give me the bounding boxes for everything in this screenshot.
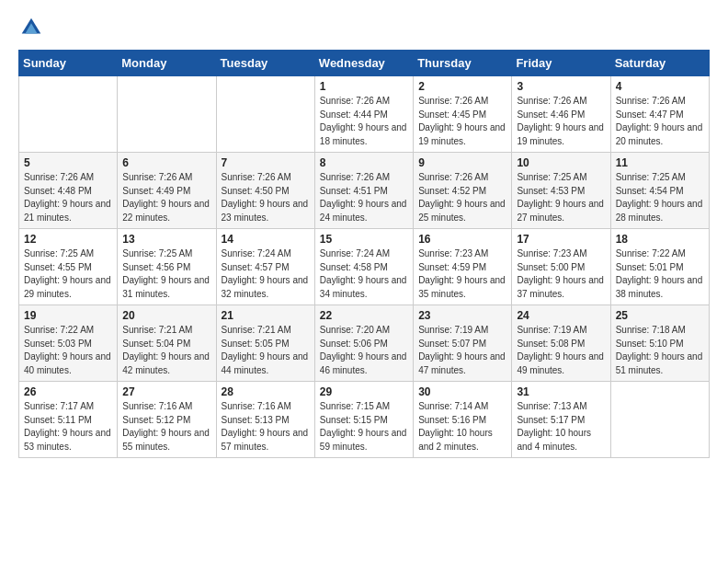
weekday-monday: Monday bbox=[118, 51, 216, 76]
logo bbox=[18, 15, 48, 40]
header bbox=[18, 15, 710, 40]
day-number: 4 bbox=[616, 80, 704, 93]
day-info: Sunrise: 7:15 AMSunset: 5:15 PMDaylight:… bbox=[320, 400, 408, 454]
day-info: Sunrise: 7:18 AMSunset: 5:10 PMDaylight:… bbox=[616, 324, 704, 377]
day-cell: 18Sunrise: 7:22 AMSunset: 5:01 PMDayligh… bbox=[610, 229, 709, 305]
day-number: 27 bbox=[122, 385, 210, 398]
page: SundayMondayTuesdayWednesdayThursdayFrid… bbox=[0, 0, 728, 473]
day-cell: 25Sunrise: 7:18 AMSunset: 5:10 PMDayligh… bbox=[610, 305, 709, 382]
day-number: 10 bbox=[517, 156, 605, 169]
day-cell: 5Sunrise: 7:26 AMSunset: 4:48 PMDaylight… bbox=[19, 153, 118, 229]
weekday-header-row: SundayMondayTuesdayWednesdayThursdayFrid… bbox=[19, 51, 710, 76]
day-info: Sunrise: 7:26 AMSunset: 4:49 PMDaylight:… bbox=[122, 171, 210, 224]
day-cell: 28Sunrise: 7:16 AMSunset: 5:13 PMDayligh… bbox=[216, 382, 314, 458]
day-cell: 23Sunrise: 7:19 AMSunset: 5:07 PMDayligh… bbox=[414, 305, 512, 382]
day-info: Sunrise: 7:23 AMSunset: 4:59 PMDaylight:… bbox=[418, 247, 506, 301]
day-info: Sunrise: 7:20 AMSunset: 5:06 PMDaylight:… bbox=[320, 324, 408, 377]
day-info: Sunrise: 7:26 AMSunset: 4:46 PMDaylight:… bbox=[517, 95, 605, 148]
day-info: Sunrise: 7:21 AMSunset: 5:04 PMDaylight:… bbox=[122, 324, 210, 377]
day-info: Sunrise: 7:26 AMSunset: 4:51 PMDaylight:… bbox=[320, 171, 408, 224]
day-info: Sunrise: 7:22 AMSunset: 5:03 PMDaylight:… bbox=[24, 324, 112, 377]
week-row-2: 5Sunrise: 7:26 AMSunset: 4:48 PMDaylight… bbox=[19, 153, 710, 229]
day-cell: 30Sunrise: 7:14 AMSunset: 5:16 PMDayligh… bbox=[414, 382, 512, 458]
day-cell: 16Sunrise: 7:23 AMSunset: 4:59 PMDayligh… bbox=[414, 229, 512, 305]
day-cell: 4Sunrise: 7:26 AMSunset: 4:47 PMDaylight… bbox=[610, 76, 709, 153]
day-info: Sunrise: 7:24 AMSunset: 4:58 PMDaylight:… bbox=[320, 247, 408, 301]
day-cell: 2Sunrise: 7:26 AMSunset: 4:45 PMDaylight… bbox=[414, 76, 512, 153]
day-number: 2 bbox=[418, 80, 506, 93]
day-number: 14 bbox=[222, 233, 310, 246]
day-info: Sunrise: 7:16 AMSunset: 5:13 PMDaylight:… bbox=[222, 400, 310, 454]
day-info: Sunrise: 7:19 AMSunset: 5:08 PMDaylight:… bbox=[517, 324, 605, 377]
day-number: 30 bbox=[418, 385, 506, 398]
day-cell: 17Sunrise: 7:23 AMSunset: 5:00 PMDayligh… bbox=[512, 229, 610, 305]
day-cell: 13Sunrise: 7:25 AMSunset: 4:56 PMDayligh… bbox=[118, 229, 216, 305]
day-number: 19 bbox=[24, 309, 112, 322]
day-cell bbox=[610, 382, 709, 458]
day-number: 3 bbox=[517, 80, 605, 93]
weekday-wednesday: Wednesday bbox=[314, 51, 413, 76]
day-cell: 26Sunrise: 7:17 AMSunset: 5:11 PMDayligh… bbox=[19, 382, 118, 458]
day-number: 24 bbox=[517, 309, 605, 322]
day-info: Sunrise: 7:26 AMSunset: 4:45 PMDaylight:… bbox=[418, 95, 506, 148]
day-info: Sunrise: 7:25 AMSunset: 4:55 PMDaylight:… bbox=[24, 247, 112, 301]
day-number: 18 bbox=[616, 233, 704, 246]
day-number: 25 bbox=[616, 309, 704, 322]
day-info: Sunrise: 7:25 AMSunset: 4:53 PMDaylight:… bbox=[517, 171, 605, 224]
day-cell bbox=[216, 76, 314, 153]
day-cell: 7Sunrise: 7:26 AMSunset: 4:50 PMDaylight… bbox=[216, 153, 314, 229]
day-info: Sunrise: 7:25 AMSunset: 4:56 PMDaylight:… bbox=[122, 247, 210, 301]
day-info: Sunrise: 7:14 AMSunset: 5:16 PMDaylight:… bbox=[418, 400, 506, 454]
day-number: 6 bbox=[122, 156, 210, 169]
day-info: Sunrise: 7:26 AMSunset: 4:44 PMDaylight:… bbox=[320, 95, 408, 148]
week-row-5: 26Sunrise: 7:17 AMSunset: 5:11 PMDayligh… bbox=[19, 382, 710, 458]
day-number: 12 bbox=[24, 233, 112, 246]
logo-icon bbox=[18, 15, 44, 40]
day-number: 23 bbox=[418, 309, 506, 322]
day-cell: 11Sunrise: 7:25 AMSunset: 4:54 PMDayligh… bbox=[610, 153, 709, 229]
day-cell: 29Sunrise: 7:15 AMSunset: 5:15 PMDayligh… bbox=[314, 382, 413, 458]
day-info: Sunrise: 7:13 AMSunset: 5:17 PMDaylight:… bbox=[517, 400, 605, 454]
day-cell: 10Sunrise: 7:25 AMSunset: 4:53 PMDayligh… bbox=[512, 153, 610, 229]
day-number: 1 bbox=[320, 80, 408, 93]
day-cell: 22Sunrise: 7:20 AMSunset: 5:06 PMDayligh… bbox=[314, 305, 413, 382]
day-number: 5 bbox=[24, 156, 112, 169]
day-cell: 3Sunrise: 7:26 AMSunset: 4:46 PMDaylight… bbox=[512, 76, 610, 153]
day-number: 9 bbox=[418, 156, 506, 169]
day-number: 7 bbox=[222, 156, 310, 169]
week-row-4: 19Sunrise: 7:22 AMSunset: 5:03 PMDayligh… bbox=[19, 305, 710, 382]
day-number: 15 bbox=[320, 233, 408, 246]
day-number: 11 bbox=[616, 156, 704, 169]
day-info: Sunrise: 7:19 AMSunset: 5:07 PMDaylight:… bbox=[418, 324, 506, 377]
day-info: Sunrise: 7:26 AMSunset: 4:47 PMDaylight:… bbox=[616, 95, 704, 148]
day-info: Sunrise: 7:16 AMSunset: 5:12 PMDaylight:… bbox=[122, 400, 210, 454]
day-cell: 24Sunrise: 7:19 AMSunset: 5:08 PMDayligh… bbox=[512, 305, 610, 382]
day-number: 31 bbox=[517, 385, 605, 398]
week-row-1: 1Sunrise: 7:26 AMSunset: 4:44 PMDaylight… bbox=[19, 76, 710, 153]
day-info: Sunrise: 7:24 AMSunset: 4:57 PMDaylight:… bbox=[222, 247, 310, 301]
weekday-sunday: Sunday bbox=[19, 51, 118, 76]
day-info: Sunrise: 7:25 AMSunset: 4:54 PMDaylight:… bbox=[616, 171, 704, 224]
day-cell: 14Sunrise: 7:24 AMSunset: 4:57 PMDayligh… bbox=[216, 229, 314, 305]
day-info: Sunrise: 7:26 AMSunset: 4:50 PMDaylight:… bbox=[222, 171, 310, 224]
day-info: Sunrise: 7:22 AMSunset: 5:01 PMDaylight:… bbox=[616, 247, 704, 301]
day-info: Sunrise: 7:23 AMSunset: 5:00 PMDaylight:… bbox=[517, 247, 605, 301]
day-cell: 20Sunrise: 7:21 AMSunset: 5:04 PMDayligh… bbox=[118, 305, 216, 382]
weekday-tuesday: Tuesday bbox=[216, 51, 314, 76]
day-number: 29 bbox=[320, 385, 408, 398]
day-cell: 8Sunrise: 7:26 AMSunset: 4:51 PMDaylight… bbox=[314, 153, 413, 229]
day-info: Sunrise: 7:17 AMSunset: 5:11 PMDaylight:… bbox=[24, 400, 112, 454]
day-cell: 21Sunrise: 7:21 AMSunset: 5:05 PMDayligh… bbox=[216, 305, 314, 382]
day-cell: 27Sunrise: 7:16 AMSunset: 5:12 PMDayligh… bbox=[118, 382, 216, 458]
weekday-saturday: Saturday bbox=[610, 51, 709, 76]
week-row-3: 12Sunrise: 7:25 AMSunset: 4:55 PMDayligh… bbox=[19, 229, 710, 305]
calendar: SundayMondayTuesdayWednesdayThursdayFrid… bbox=[18, 50, 710, 458]
day-cell: 19Sunrise: 7:22 AMSunset: 5:03 PMDayligh… bbox=[19, 305, 118, 382]
day-number: 16 bbox=[418, 233, 506, 246]
day-cell bbox=[19, 76, 118, 153]
day-number: 17 bbox=[517, 233, 605, 246]
day-number: 13 bbox=[122, 233, 210, 246]
day-cell: 12Sunrise: 7:25 AMSunset: 4:55 PMDayligh… bbox=[19, 229, 118, 305]
day-info: Sunrise: 7:26 AMSunset: 4:52 PMDaylight:… bbox=[418, 171, 506, 224]
day-info: Sunrise: 7:21 AMSunset: 5:05 PMDaylight:… bbox=[222, 324, 310, 377]
